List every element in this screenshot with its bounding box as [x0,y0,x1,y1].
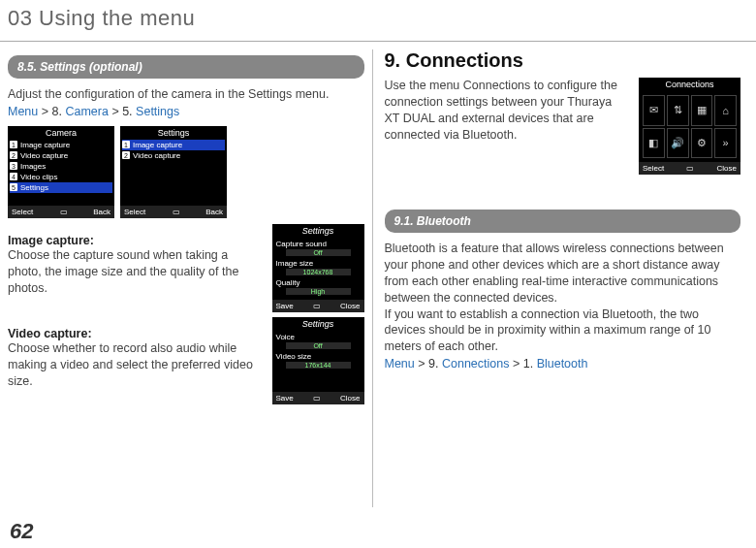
phone-screen-image-settings: Settings Capture soundOff Image size1024… [272,224,364,311]
setting-label: Video size [276,352,312,361]
softkey-right: Back [205,208,223,216]
setting-value: 1024x768 [286,269,351,275]
softkey-left: Select [643,164,664,173]
screen-title: Settings [272,317,364,331]
section-bar-bluetooth: 9.1. Bluetooth [385,210,741,233]
bc-num1: 9. [428,357,438,371]
screen-title: Connections [639,78,740,91]
image-capture-heading: Image capture: [8,234,263,247]
setting-value: Off [286,249,351,256]
phone-screen-settings-list: Settings 1Image capture 2Video capture S… [120,126,227,218]
screen-title: Settings [272,224,364,238]
list-item-selected: 5Settings [10,182,112,193]
screen-title: Settings [120,126,227,140]
softkey-left: Select [124,208,145,216]
breadcrumb-camera-settings: Menu > 8. Camera > 5. Settings [8,105,364,118]
setting-label: Voice [276,333,296,341]
grid-icon: » [714,128,737,159]
softkey-left: Save [276,394,294,403]
video-capture-body: Choose whether to record also audio whil… [8,340,263,390]
bc-menu: Menu [8,105,38,118]
softkey-right: Close [717,164,737,173]
grid-icon: ▦ [691,95,713,126]
softkey-right: Back [93,208,110,216]
softkey-mid-icon: ▭ [686,164,694,173]
chapter-title: 03 Using the menu [0,0,756,37]
bc-num2: 1. [523,357,533,371]
setting-value: High [286,288,351,295]
list-item: 2Video capture [122,150,225,161]
settings-intro: Adjust the configuration of the camera i… [8,86,364,103]
setting-value: Off [286,342,351,349]
list-item: 1Image capture [10,140,112,150]
list-item: 2Video capture [10,150,112,161]
breadcrumb-connections-bluetooth: Menu > 9. Connections > 1. Bluetooth [385,357,741,371]
image-capture-body: Choose the capture sound when taking a p… [8,247,263,297]
bc-num2: 5. [122,105,132,118]
setting-label: Image size [276,259,314,268]
softkey-mid-icon: ▭ [60,208,67,216]
list-item: 3Images [10,161,112,172]
setting-value: 176x144 [286,362,351,369]
bc-connections: Connections [442,357,510,371]
bluetooth-p1: Bluetooth is a feature that allows wirel… [385,241,741,306]
phone-screen-video-settings: Settings VoiceOff Video size176x144 Save… [272,317,364,404]
grid-icon: 🔊 [667,128,689,159]
bc-settings: Settings [136,105,179,118]
softkey-mid-icon: ▭ [313,394,321,403]
phone-screen-connections: Connections ✉ ⇅ ▦ ⌂ ◧ 🔊 ⚙ » Select ▭ Clo… [639,78,740,175]
page-number: 62 [10,519,33,544]
screen-title: Camera [8,126,114,140]
grid-icon: ◧ [643,128,665,159]
settings-list: 1Image capture 2Video capture [120,140,227,206]
softkey-left: Select [12,208,33,216]
setting-label: Capture sound [276,240,327,248]
softkey-right: Close [340,394,360,403]
section-bar-settings: 8.5. Settings (optional) [8,55,364,79]
bc-bluetooth: Bluetooth [537,357,588,371]
video-capture-heading: Video capture: [8,327,263,340]
bc-num1: 8. [52,105,62,118]
connections-intro: Use the menu Connections to configure th… [385,78,630,144]
bc-menu: Menu [385,357,415,371]
grid-icon: ✉ [643,95,665,126]
connections-heading: 9. Connections [385,49,741,72]
right-column: 9. Connections Use the menu Connections … [373,49,749,507]
grid-icon: ⌂ [714,95,737,126]
list-item-selected: 1Image capture [122,140,225,150]
phone-screen-camera: Camera 1Image capture 2Video capture 3Im… [8,126,114,218]
camera-list: 1Image capture 2Video capture 3Images 4V… [8,140,114,206]
list-item: 4Video clips [10,172,112,182]
softkey-mid-icon: ▭ [313,302,321,310]
bc-camera: Camera [65,105,108,118]
grid-icon: ⇅ [667,95,689,126]
softkey-mid-icon: ▭ [173,208,179,216]
softkey-left: Save [276,302,294,310]
grid-icon: ⚙ [691,128,713,159]
setting-label: Quality [276,278,300,287]
left-column: 8.5. Settings (optional) Adjust the conf… [8,49,373,507]
bluetooth-p2: If you want to establish a connection vi… [385,306,741,356]
softkey-right: Close [340,302,360,310]
